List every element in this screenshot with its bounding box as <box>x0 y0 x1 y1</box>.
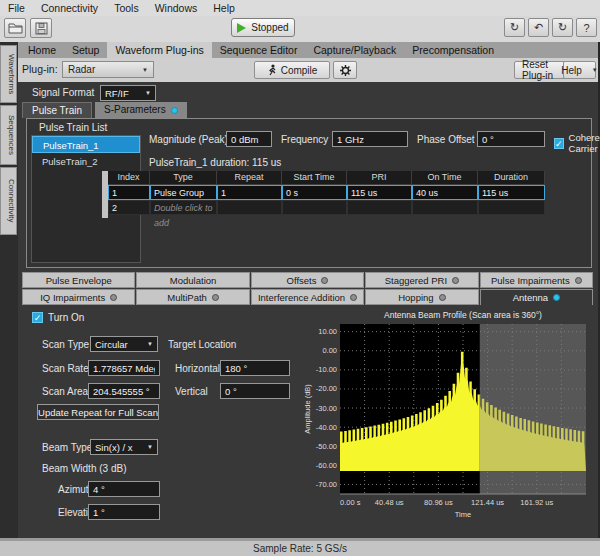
feature-tabs-row1: Pulse Envelope Modulation Offsets Stagge… <box>22 272 594 288</box>
tab-offsets[interactable]: Offsets <box>251 272 364 288</box>
table-cell[interactable]: 1 <box>108 185 150 200</box>
open-file-button[interactable] <box>4 18 26 38</box>
beam-type-select[interactable]: Sin(x) / x ▼ <box>90 439 158 455</box>
tab-s-parameters[interactable]: S-Parameters <box>95 102 187 118</box>
signal-format-label: Signal Format <box>32 87 94 98</box>
tab-sequence-editor[interactable]: Sequence Editor <box>212 42 306 58</box>
scan-rate-field[interactable] <box>88 360 160 376</box>
vertical-field[interactable] <box>220 383 290 399</box>
svg-text:Time: Time <box>455 510 471 519</box>
compile-settings-button[interactable] <box>333 61 357 79</box>
beam-width-label: Beam Width (3 dB) <box>42 463 126 474</box>
toolbar: Stopped ↻ ↶ ↻ ? <box>0 16 600 41</box>
side-tab-connectivity[interactable]: Connectivity <box>0 167 17 235</box>
save-button[interactable] <box>30 18 52 38</box>
magnitude-field[interactable] <box>226 131 272 147</box>
phase-offset-label: Phase Offset <box>417 134 475 145</box>
tab-home[interactable]: Home <box>20 42 64 58</box>
s-parameters-indicator-dot <box>171 107 178 114</box>
plugin-help-button[interactable]: Help ▼ <box>563 61 596 79</box>
phase-offset-field[interactable] <box>477 131 545 147</box>
help-icon[interactable]: ? <box>576 18 597 37</box>
table-cell[interactable]: Pulse Group <box>150 185 217 200</box>
chevron-down-icon: ▼ <box>592 67 598 73</box>
table-cell[interactable]: 1 <box>217 185 282 200</box>
chevron-down-icon: ▼ <box>145 90 151 96</box>
tab-setup[interactable]: Setup <box>64 42 107 58</box>
table-cell[interactable]: 40 us <box>412 185 478 200</box>
tab-antenna[interactable]: Antenna <box>480 289 593 305</box>
tab-label: IQ Impairments <box>40 292 105 303</box>
svg-text:-70.00: -70.00 <box>316 480 337 489</box>
turn-on-row: ✓ Turn On <box>32 312 84 323</box>
menu-windows[interactable]: Windows <box>155 2 198 14</box>
tab-interference-addition[interactable]: Interference Addition <box>251 289 364 305</box>
frequency-field[interactable] <box>332 131 408 147</box>
run-state-button[interactable]: Stopped <box>231 18 295 37</box>
svg-text:161.92 us: 161.92 us <box>520 498 553 507</box>
target-location-label: Target Location <box>168 339 236 350</box>
tab-pulse-train[interactable]: Pulse Train <box>22 102 92 118</box>
table-cell[interactable]: 115 us <box>347 185 412 200</box>
tab-label: Hopping <box>398 292 433 303</box>
run-state-label: Stopped <box>251 22 288 33</box>
table-cell[interactable]: 0 s <box>282 185 347 200</box>
tab-hopping[interactable]: Hopping <box>365 289 478 305</box>
plugin-select[interactable]: Radar ▼ <box>62 61 154 78</box>
table-cell[interactable] <box>347 200 412 215</box>
coherent-carrier-checkbox[interactable]: ✓ <box>554 138 564 149</box>
refresh-clock-icon[interactable]: ↻ <box>504 18 525 37</box>
table-cell-add-hint[interactable]: Double click to add <box>150 200 217 215</box>
beam-type-label: Beam Type <box>42 442 92 453</box>
menu-tools[interactable]: Tools <box>114 2 139 14</box>
tab-capture-playback[interactable]: Capture/Playback <box>305 42 404 58</box>
col-type: Type <box>150 171 217 185</box>
side-tab-waveforms[interactable]: Waveforms <box>0 45 17 103</box>
table-cell[interactable]: 115 us <box>478 185 545 200</box>
table-cell[interactable] <box>412 200 478 215</box>
tab-iq-impairments[interactable]: IQ Impairments <box>22 289 135 305</box>
list-item-pulsetrain-2[interactable]: PulseTrain_2 <box>32 153 140 170</box>
elevation-field[interactable] <box>88 504 160 520</box>
horizontal-field[interactable] <box>220 360 290 376</box>
svg-text:-60.00: -60.00 <box>316 461 337 470</box>
turn-on-checkbox[interactable]: ✓ <box>32 312 43 323</box>
tab-pulse-envelope[interactable]: Pulse Envelope <box>22 272 135 288</box>
table-cell[interactable] <box>282 200 347 215</box>
tab-waveform-plugins[interactable]: Waveform Plug-ins <box>107 42 211 58</box>
scan-area-field[interactable] <box>88 383 160 399</box>
indicator-dot <box>212 294 219 301</box>
magnitude-label: Magnitude (Peak) <box>149 134 228 145</box>
turn-on-label: Turn On <box>48 312 84 323</box>
tab-precompensation[interactable]: Precompensation <box>404 42 502 58</box>
list-item-pulsetrain-1[interactable]: PulseTrain_1 <box>32 136 140 153</box>
table-cell[interactable] <box>217 200 282 215</box>
plugin-label: Plug-in: <box>22 63 58 75</box>
tab-pulse-impairments[interactable]: Pulse Impairments <box>480 272 593 288</box>
restart-icon[interactable]: ↻ <box>552 18 573 37</box>
azimuth-field[interactable] <box>88 481 160 497</box>
signal-format-select[interactable]: RF/IF ▼ <box>100 85 156 101</box>
s-parameters-tab-label: S-Parameters <box>104 102 166 118</box>
update-repeat-button[interactable]: Update Repeat for Full Scan <box>37 404 159 420</box>
indicator-dot <box>439 294 446 301</box>
tab-modulation[interactable]: Modulation <box>136 272 249 288</box>
pulse-table: Index Type Repeat Start Time PRI On Time… <box>108 171 545 215</box>
scan-type-select[interactable]: Circular ▼ <box>90 336 158 352</box>
undo-icon[interactable]: ↶ <box>528 18 549 37</box>
tab-staggered-pri[interactable]: Staggered PRI <box>365 272 478 288</box>
side-tab-sequences[interactable]: Sequences <box>0 105 17 165</box>
feature-tabs-row2: IQ Impairments MultiPath Interference Ad… <box>22 289 594 305</box>
compile-button[interactable]: Compile <box>254 61 330 79</box>
table-cell[interactable] <box>478 200 545 215</box>
plugin-select-value: Radar <box>68 64 95 75</box>
table-cell[interactable]: 2 <box>108 200 150 215</box>
menu-connectivity[interactable]: Connectivity <box>41 2 98 14</box>
svg-text:121.44 us: 121.44 us <box>471 498 504 507</box>
menu-help[interactable]: Help <box>213 2 235 14</box>
compile-label: Compile <box>281 65 318 76</box>
svg-text:0.00 s: 0.00 s <box>340 498 361 507</box>
svg-text:-50.00: -50.00 <box>316 442 337 451</box>
tab-multipath[interactable]: MultiPath <box>136 289 249 305</box>
menu-file[interactable]: File <box>8 2 25 14</box>
